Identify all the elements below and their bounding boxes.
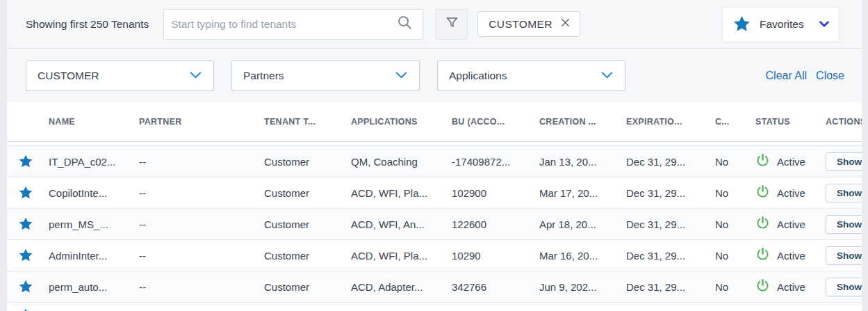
status-label: Active [777, 250, 805, 262]
column-header-partner[interactable]: PARTNER [139, 117, 264, 127]
power-icon [755, 184, 770, 201]
column-header-name[interactable]: NAME [49, 117, 139, 127]
favorite-star-icon[interactable] [7, 216, 49, 232]
favorites-label: Favorites [760, 18, 804, 31]
filter-panel: CUSTOMER Partners Applications [7, 49, 862, 102]
tenant-management-screen: Showing first 250 Tenants CUSTOMER [0, 0, 868, 311]
status-label: Active [777, 156, 805, 168]
power-icon [755, 153, 770, 170]
cell-applications: QM, Coaching [351, 156, 452, 168]
tenant-search-box[interactable] [163, 9, 423, 40]
cell-applications: ACD, Adapter... [351, 281, 452, 293]
show-button[interactable]: Show [826, 246, 862, 265]
power-icon [755, 247, 770, 264]
cell-status: Active [755, 153, 826, 170]
table-row[interactable]: perm_auto... -- Customer ACD, Adapter...… [7, 271, 862, 303]
column-header-expiration[interactable]: EXPIRATIO... [626, 117, 715, 127]
cell-partner: -- [139, 250, 264, 262]
funnel-icon [445, 15, 459, 33]
close-icon[interactable] [560, 17, 571, 31]
cell-tenant-type: Customer [264, 250, 351, 262]
show-button[interactable]: Show [826, 215, 862, 234]
cell-c: No [715, 218, 755, 230]
favorite-star-icon[interactable] [7, 279, 49, 294]
cell-name[interactable]: perm_auto... [49, 281, 139, 293]
dropdown-applications[interactable]: Applications [437, 61, 625, 91]
cell-creation: Jan 13, 20... [539, 156, 626, 168]
dropdown-tenant-type[interactable]: CUSTOMER [26, 61, 214, 91]
favorites-dropdown[interactable]: Favorites [722, 7, 839, 42]
cell-expiration: Dec 31, 29... [626, 156, 715, 168]
top-toolbar: Showing first 250 Tenants CUSTOMER [7, 0, 862, 49]
column-header-creation[interactable]: CREATION ... [539, 117, 626, 127]
chevron-down-icon [395, 70, 407, 82]
cell-c: No [715, 250, 755, 262]
cell-actions: Show [826, 215, 862, 234]
cell-name[interactable]: AdminInter... [49, 250, 139, 262]
search-input[interactable] [171, 18, 397, 31]
cell-bu: 342766 [452, 281, 539, 293]
power-icon [755, 278, 770, 295]
cell-name[interactable]: IT_DPA_c02... [49, 156, 139, 168]
table-row[interactable]: perm_MS_... -- Customer ACD, WFI, An... … [7, 209, 862, 240]
dropdown-partners-value: Partners [243, 70, 284, 82]
favorite-star-icon[interactable] [7, 154, 49, 169]
filter-links: Clear All Close [766, 70, 844, 82]
table-row[interactable]: CopilotInte... -- Customer ACD, WFI, Pla… [7, 177, 862, 209]
filter-toggle-button[interactable] [436, 9, 468, 40]
cell-creation: Jun 9, 202... [539, 281, 626, 293]
show-button[interactable]: Show [826, 278, 862, 296]
show-button[interactable]: Show [826, 184, 862, 202]
clear-all-link[interactable]: Clear All [766, 70, 808, 82]
cell-status: Active [755, 184, 826, 201]
column-header-actions[interactable]: ACTIONS [826, 117, 862, 127]
chevron-down-icon [601, 70, 613, 82]
column-header-status[interactable]: STATUS [755, 117, 826, 127]
cell-bu: 102900 [452, 187, 539, 199]
chevron-down-icon [819, 18, 829, 31]
power-icon [755, 216, 770, 232]
favorite-star-icon[interactable] [7, 303, 49, 311]
table-body: IT_DPA_c02... -- Customer QM, Coaching -… [7, 145, 862, 311]
cell-partner: -- [139, 187, 264, 199]
cell-name[interactable]: CopilotInte... [49, 187, 139, 199]
status-label: Active [777, 218, 805, 230]
favorite-star-icon[interactable] [7, 248, 49, 263]
cell-name[interactable]: perm_MS_... [49, 218, 139, 230]
cell-creation: Apr 18, 20... [539, 218, 626, 230]
table-row[interactable]: IT_DPA_c02... -- Customer QM, Coaching -… [7, 146, 862, 177]
column-header-c[interactable]: C... [715, 117, 755, 127]
filter-chip-label: CUSTOMER [489, 18, 552, 31]
cell-partner: -- [139, 281, 264, 293]
chevron-down-icon [190, 70, 202, 82]
table-header: NAME PARTNER TENANT T... APPLICATIONS BU… [7, 102, 862, 142]
show-button[interactable]: Show [826, 152, 862, 171]
column-header-applications[interactable]: APPLICATIONS [351, 117, 452, 127]
table-row[interactable] [7, 303, 862, 311]
cell-tenant-type: Customer [264, 156, 351, 168]
cell-bu: -17409872... [452, 156, 539, 168]
close-link[interactable]: Close [816, 70, 844, 82]
star-icon [732, 15, 751, 33]
search-icon[interactable] [397, 15, 413, 33]
table-row[interactable]: AdminInter... -- Customer ACD, WFI, Pla.… [7, 240, 862, 271]
cell-bu: 122600 [452, 218, 539, 230]
status-label: Active [777, 187, 805, 199]
dropdown-partners[interactable]: Partners [231, 61, 420, 91]
cell-tenant-type: Customer [264, 281, 351, 293]
status-label: Active [777, 281, 805, 293]
cell-expiration: Dec 31, 29... [626, 250, 715, 262]
cell-creation: Mar 16, 20... [539, 250, 626, 262]
cell-expiration: Dec 31, 29... [626, 218, 715, 230]
dropdown-tenant-type-value: CUSTOMER [38, 70, 99, 82]
cell-applications: ACD, WFI, Pla... [351, 187, 452, 199]
favorite-star-icon[interactable] [7, 185, 49, 200]
cell-c: No [715, 156, 755, 168]
cell-expiration: Dec 31, 29... [626, 281, 715, 293]
column-header-bu-account[interactable]: BU (ACCO... [452, 117, 539, 127]
cell-bu: 10290 [452, 250, 539, 262]
cell-creation: Mar 17, 20... [539, 187, 626, 199]
column-header-tenant-type[interactable]: TENANT T... [264, 117, 351, 127]
cell-status: Active [755, 247, 826, 264]
filter-chip-customer[interactable]: CUSTOMER [477, 11, 580, 37]
